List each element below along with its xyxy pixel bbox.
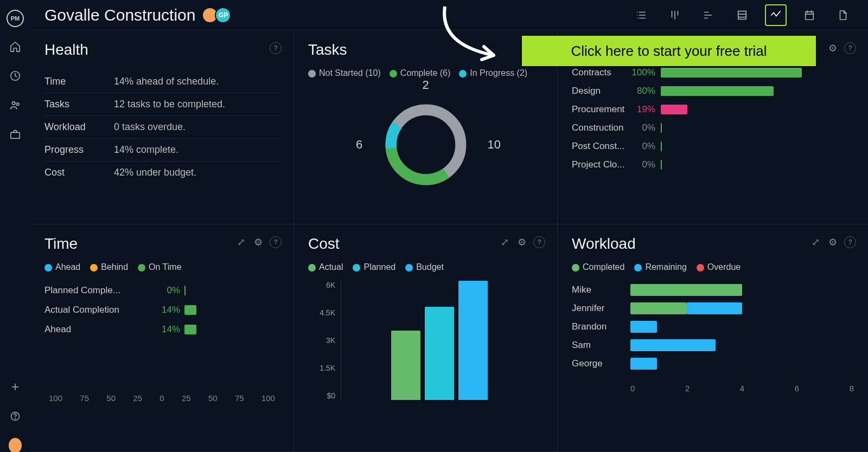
health-row: Cost42% under budget.	[44, 162, 279, 184]
workload-bar	[630, 302, 854, 314]
briefcase-icon[interactable]	[9, 128, 22, 141]
add-icon[interactable]	[9, 380, 22, 393]
axis-tick: 8	[850, 384, 854, 393]
health-row: Time14% ahead of schedule.	[44, 70, 279, 93]
panel-tasks: Tasks Not Started (10)Complete (6)In Pro…	[294, 30, 558, 224]
panel-workload: Workload ⤢ ⚙ ? CompletedRemainingOverdue…	[558, 224, 868, 452]
home-icon[interactable]	[9, 40, 22, 53]
gantt-view-icon[interactable]	[698, 4, 719, 26]
legend-item: Completed	[572, 262, 624, 272]
settings-icon[interactable]: ⚙	[516, 236, 528, 248]
health-label: Tasks	[44, 99, 114, 110]
progress-name: Project Clo...	[572, 159, 629, 170]
settings-icon[interactable]: ⚙	[252, 236, 264, 248]
expand-icon[interactable]: ⤢	[809, 236, 821, 248]
tasks-donut-chart: 2 6 10	[308, 82, 543, 207]
svg-point-1	[12, 102, 16, 105]
progress-row: Procurement19%	[572, 104, 854, 115]
workload-row: Jennifer	[572, 299, 854, 318]
legend-item: Actual	[308, 262, 343, 272]
progress-name: Contracts	[572, 67, 629, 78]
app-logo[interactable]: PM	[7, 10, 24, 27]
axis-tick: 6K	[308, 281, 335, 289]
axis-tick: 100	[49, 393, 62, 403]
panel-time: Time ⤢ ⚙ ? AheadBehindOn Time Planned Co…	[30, 224, 294, 452]
free-trial-cta[interactable]: Click here to start your free trial	[522, 36, 816, 66]
progress-percent: 80%	[629, 86, 655, 96]
axis-tick: 4.5K	[308, 308, 335, 317]
svg-rect-7	[806, 11, 814, 20]
cost-bar-chart: 6K4.5K3K1.5K$0	[308, 281, 543, 411]
progress-bar	[661, 123, 854, 133]
topbar: Govalle Construction GP	[30, 0, 868, 30]
workload-bar	[630, 284, 854, 296]
clock-icon[interactable]	[9, 69, 22, 82]
axis-tick: $0	[308, 391, 335, 400]
progress-bar	[661, 105, 854, 114]
panel-health: Health ? Time14% ahead of schedule.Tasks…	[30, 30, 294, 224]
settings-icon[interactable]: ⚙	[827, 42, 839, 54]
help-icon[interactable]: ?	[270, 42, 282, 54]
axis-tick: 25	[133, 393, 142, 403]
progress-bar	[661, 86, 854, 96]
health-label: Workload	[44, 121, 114, 133]
axis-tick: 50	[208, 393, 218, 403]
board-view-icon[interactable]	[664, 4, 686, 26]
svg-rect-3	[11, 132, 20, 138]
dashboard-view-icon[interactable]	[765, 4, 787, 26]
donut-value: 10	[488, 138, 501, 152]
time-row: Actual Completion14%	[44, 300, 279, 320]
time-label: Planned Comple...	[44, 285, 153, 296]
legend-item: Planned	[353, 262, 395, 272]
legend-item: Budget	[405, 262, 444, 272]
time-percent: 0%	[153, 285, 180, 296]
workload-bar	[630, 358, 854, 370]
workload-name: Jennifer	[572, 303, 630, 314]
health-row: Progress14% complete.	[44, 139, 279, 162]
expand-icon[interactable]: ⤢	[499, 236, 510, 248]
avatar-stack[interactable]: GP	[205, 7, 231, 23]
list-view-icon[interactable]	[630, 4, 652, 26]
time-percent: 14%	[153, 324, 180, 335]
team-icon[interactable]	[9, 99, 22, 112]
settings-icon[interactable]: ⚙	[827, 236, 839, 248]
axis-tick: 6	[795, 384, 799, 393]
progress-name: Construction	[572, 122, 629, 133]
file-view-icon[interactable]	[832, 4, 854, 26]
expand-icon[interactable]: ⤢	[235, 236, 247, 248]
health-label: Progress	[44, 144, 114, 156]
panel-title: Health	[44, 41, 279, 59]
help-icon[interactable]	[9, 410, 22, 423]
progress-percent: 100%	[629, 67, 655, 78]
table-view-icon[interactable]	[731, 4, 753, 26]
cost-bar	[425, 307, 454, 400]
axis-tick: 0	[159, 393, 164, 403]
dashboard: Health ? Time14% ahead of schedule.Tasks…	[30, 30, 868, 452]
calendar-view-icon[interactable]	[799, 4, 820, 26]
avatar: GP	[215, 7, 231, 23]
time-percent: 14%	[153, 305, 180, 315]
progress-bar	[661, 68, 854, 78]
progress-row: Contracts100%	[572, 67, 854, 78]
workload-bar	[630, 321, 854, 333]
help-icon[interactable]: ?	[270, 236, 282, 248]
health-row: Tasks12 tasks to be completed.	[44, 93, 279, 116]
svg-rect-6	[738, 11, 746, 19]
svg-point-5	[15, 418, 16, 419]
svg-point-2	[16, 103, 19, 106]
axis-tick: 4	[740, 384, 744, 393]
health-value: 14% ahead of schedule.	[114, 76, 219, 87]
time-label: Ahead	[44, 324, 153, 335]
help-icon[interactable]: ?	[533, 236, 545, 248]
workload-name: Brandon	[572, 321, 630, 332]
legend-item: Overdue	[697, 262, 741, 272]
time-row: Planned Comple...0%	[44, 281, 279, 300]
progress-percent: 0%	[629, 122, 655, 133]
health-value: 12 tasks to be completed.	[114, 99, 225, 110]
workload-row: George	[572, 354, 854, 373]
help-icon[interactable]: ?	[844, 236, 856, 248]
time-row: Ahead14%	[44, 320, 279, 339]
panel-title: Tasks	[308, 41, 543, 59]
user-avatar-icon[interactable]	[9, 439, 22, 452]
help-icon[interactable]: ?	[844, 42, 856, 54]
